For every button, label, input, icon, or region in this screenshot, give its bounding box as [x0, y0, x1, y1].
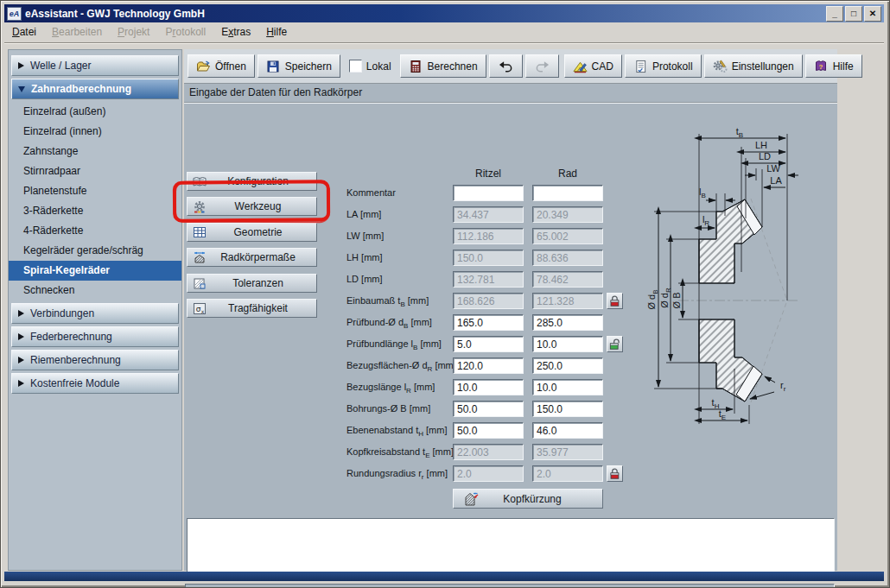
- nav-button-werkzeug[interactable]: Werkzeug: [187, 197, 317, 216]
- results-panel: Ergebnis: Ritzel Rad Sicherheit Fressen …: [185, 584, 835, 588]
- nav-label: Toleranzen: [212, 277, 316, 289]
- lock-icon-button-einbauma-t[interactable]: [607, 293, 623, 309]
- sidebar-item-einzelrad-innen[interactable]: Einzelrad (innen): [9, 122, 181, 142]
- input-ritzel-pr-fbundl-nge-lb[interactable]: [453, 336, 524, 352]
- maximize-button[interactable]: □: [845, 6, 862, 22]
- tip-relief-icon: [462, 491, 480, 507]
- sidebar-item-spiral-kegelr-der[interactable]: Spiral-Kegelräder: [9, 261, 181, 281]
- triangle-expanded-icon: [18, 86, 25, 92]
- calculate-label: Berechnen: [428, 60, 478, 73]
- field-label-lw: LW [mm]: [346, 228, 454, 244]
- input-rad-kommentar[interactable]: [532, 185, 603, 201]
- sidebar-group-zahnradberechnung[interactable]: Zahnradberechnung: [11, 79, 179, 99]
- undo-icon: [499, 60, 513, 73]
- sidebar-navigation: Welle / LagerZahnradberechnungEinzelrad …: [8, 49, 182, 571]
- sidebar-item-schnecken[interactable]: Schnecken: [9, 281, 181, 300]
- input-rad-ld: [532, 271, 603, 288]
- input-ritzel-kommentar[interactable]: [453, 185, 524, 201]
- open-button[interactable]: Öffnen: [188, 54, 255, 78]
- menu-protokoll: Protokoll: [157, 23, 213, 41]
- input-ritzel-bezugsfl-chen-dr[interactable]: [453, 357, 524, 374]
- lock-icon-button-rundungsradius-r[interactable]: [607, 465, 623, 482]
- input-ritzel-kopfkreisabstand-te: [453, 444, 524, 460]
- sidebar-group-federberechnung[interactable]: Federberechnung: [11, 326, 179, 347]
- sidebar-group-label: Federberechnung: [30, 331, 112, 343]
- gear-body-technical-drawing: tB LH LD LW LA lB lR Ø dB Ø dR Ø B tH tE…: [630, 111, 837, 433]
- local-checkbox[interactable]: Lokal: [349, 60, 391, 73]
- field-label-ebenenabstand-t: Ebenenabstand tH [mm]: [346, 422, 454, 439]
- tolerances-sheet-icon: [191, 276, 208, 291]
- protocol-button[interactable]: Protokoll: [625, 54, 702, 78]
- field-label-la: LA [mm]: [346, 206, 454, 223]
- input-ritzel-bohrungs-b[interactable]: [453, 401, 524, 417]
- menu-projekt: Projekt: [110, 23, 157, 41]
- cad-button[interactable]: CAD: [564, 54, 622, 78]
- undo-button[interactable]: [489, 54, 523, 78]
- grid-table-icon: [191, 225, 208, 240]
- tool-gear-icon: [191, 199, 208, 214]
- sidebar-item-3-r-derkette[interactable]: 3-Räderkette: [9, 201, 181, 221]
- field-label-bezugsl-nge-l: Bezugslänge lR [mm]: [346, 379, 454, 395]
- close-button[interactable]: ✕: [864, 6, 881, 22]
- sidebar-group-riemenberechnung[interactable]: Riemenberechnung: [11, 350, 179, 370]
- sidebar-group-verbindungen[interactable]: Verbindungen: [11, 303, 179, 324]
- nav-label: Radkörpermaße: [212, 251, 316, 263]
- toolbar: Öffnen Speichern Lokal Berechnen: [184, 49, 837, 84]
- menu-extras[interactable]: Extras: [213, 23, 258, 41]
- menu-hilfe[interactable]: Hilfe: [258, 23, 295, 41]
- dim-label-B: Ø B: [671, 293, 682, 309]
- input-rad-bezugsl-nge-lr[interactable]: [532, 379, 603, 395]
- input-rad-einbauma-tb: [532, 293, 603, 309]
- protocol-label: Protokoll: [652, 60, 693, 73]
- input-rad-pr-fbund-db[interactable]: [532, 314, 603, 331]
- sidebar-item-zahnstange[interactable]: Zahnstange: [9, 142, 181, 161]
- input-ritzel-ebenenabstand-th[interactable]: [453, 422, 524, 439]
- settings-label: Einstellungen: [732, 60, 794, 73]
- sidebar-group-kostenfreie-module[interactable]: Kostenfreie Module: [11, 373, 179, 394]
- input-rad-bezugsfl-chen-dr[interactable]: [532, 357, 603, 374]
- input-rad-lh: [532, 250, 603, 266]
- nav-label: Konfiguration: [212, 175, 316, 187]
- sidebar-item-stirnradpaar[interactable]: Stirnradpaar: [9, 161, 181, 181]
- input-rad-bohrungs-b[interactable]: [532, 401, 603, 417]
- input-rad-pr-fbundl-nge-lb[interactable]: [532, 336, 603, 352]
- calculate-button[interactable]: Berechnen: [400, 54, 486, 78]
- nav-button-tragfaehigkeit[interactable]: σx Tragfähigkeit: [187, 299, 317, 318]
- sidebar-item-4-r-derkette[interactable]: 4-Räderkette: [9, 221, 181, 241]
- dim-label-LD: LD: [759, 151, 771, 161]
- settings-button[interactable]: Einstellungen: [704, 54, 803, 78]
- nav-button-geometrie[interactable]: Geometrie: [187, 223, 317, 242]
- floppy-disk-icon: [266, 60, 281, 73]
- nav-button-radkoerpermasse[interactable]: Radkörpermaße: [187, 248, 317, 267]
- sidebar-item-planetenstufe[interactable]: Planetenstufe: [9, 181, 181, 201]
- help-book-icon: ?: [814, 60, 829, 73]
- checkbox-box[interactable]: [349, 60, 362, 73]
- dim-label-rr: rr: [780, 380, 786, 393]
- input-rad-rundungsradius-rr: [532, 465, 603, 482]
- cad-drawing-icon: [573, 60, 588, 73]
- field-label-pr-fbundl-nge-l: Prüfbundlänge lB [mm]: [346, 336, 454, 352]
- input-ritzel-bezugsl-nge-lr[interactable]: [453, 379, 524, 395]
- kopfkuerzung-button[interactable]: Kopfkürzung: [453, 489, 603, 509]
- input-ritzel-lh: [453, 250, 524, 266]
- sidebar-item-kegelr-der-gerade-schr-g[interactable]: Kegelräder gerade/schräg: [9, 241, 181, 261]
- help-button[interactable]: ? Hilfe: [805, 54, 862, 78]
- nav-button-toleranzen[interactable]: Toleranzen: [187, 274, 317, 293]
- sidebar-item-einzelrad-au-en[interactable]: Einzelrad (außen): [9, 102, 181, 122]
- field-label-kommentar: Kommentar: [346, 185, 454, 201]
- nav-button-konfiguration[interactable]: Konfiguration: [187, 172, 317, 191]
- input-ritzel-pr-fbund-db[interactable]: [453, 314, 524, 331]
- input-rad-ebenenabstand-th[interactable]: [532, 422, 603, 439]
- nav-label: Tragfähigkeit: [212, 302, 316, 314]
- menu-divider: [4, 42, 884, 44]
- sidebar-group-welle-lager[interactable]: Welle / Lager: [11, 55, 179, 76]
- unlock-icon-button-pr-fbundl-nge-l[interactable]: [607, 336, 623, 352]
- minimize-button[interactable]: _: [826, 6, 843, 22]
- dim-label-lR: lR: [702, 214, 709, 227]
- sidebar-group-label: Verbindungen: [30, 307, 94, 319]
- save-button[interactable]: Speichern: [257, 54, 340, 78]
- input-rad-lw: [532, 228, 603, 244]
- dim-label-tB: tB: [736, 126, 743, 139]
- menu-datei[interactable]: Datei: [4, 23, 44, 41]
- input-ritzel-ld: [453, 271, 524, 288]
